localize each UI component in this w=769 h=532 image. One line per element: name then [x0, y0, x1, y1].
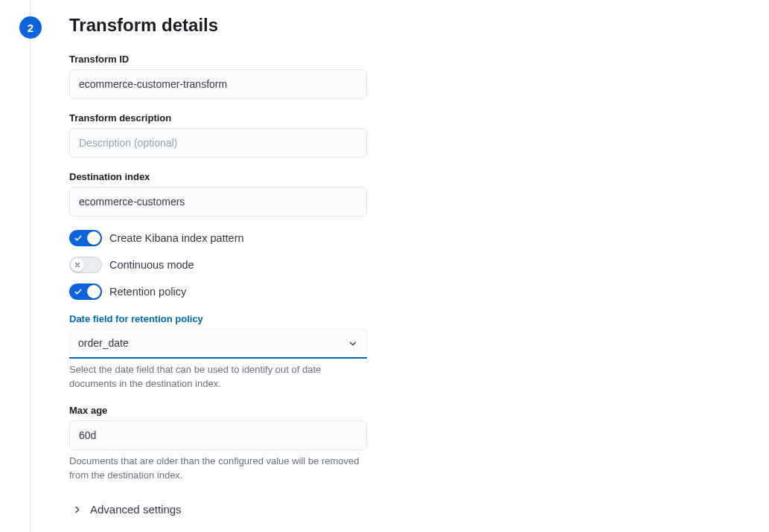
destination-index-label: Destination index [69, 171, 367, 182]
transform-description-input[interactable] [69, 128, 367, 158]
step-number-badge: 2 [19, 16, 42, 39]
transform-description-label: Transform description [69, 112, 367, 124]
retention-date-field-help: Select the date field that can be used t… [69, 363, 367, 391]
form-group-transform-description: Transform description [69, 112, 367, 158]
retention-date-field-select[interactable]: order_date [69, 329, 367, 359]
step-container: 2 Transform details Transform ID Transfo… [30, 0, 769, 532]
check-icon [74, 234, 83, 243]
switch-row-create-index-pattern: Create Kibana index pattern [69, 230, 751, 246]
switch-row-continuous-mode: Continuous mode [69, 257, 751, 273]
max-age-help: Documents that are older than the config… [69, 455, 367, 483]
switch-row-retention-policy: Retention policy [69, 283, 751, 300]
advanced-settings-label: Advanced settings [90, 503, 182, 516]
step-number: 2 [28, 22, 33, 34]
form-group-transform-id: Transform ID [69, 54, 367, 99]
continuous-mode-label: Continuous mode [109, 259, 194, 271]
transform-id-label: Transform ID [69, 54, 367, 65]
max-age-input[interactable] [69, 420, 367, 450]
advanced-settings-toggle[interactable]: Advanced settings [69, 503, 751, 516]
switch-thumb [87, 285, 100, 298]
continuous-mode-switch[interactable] [69, 257, 102, 273]
max-age-label: Max age [69, 405, 367, 416]
form-group-destination-index: Destination index [69, 171, 367, 217]
switch-thumb [71, 258, 84, 272]
retention-policy-switch[interactable] [69, 283, 102, 300]
retention-date-field-select-wrapper: order_date [69, 329, 367, 359]
page-title: Transform details [69, 15, 751, 36]
destination-index-input[interactable] [69, 187, 367, 217]
create-index-pattern-label: Create Kibana index pattern [109, 232, 244, 244]
form-group-retention-date-field: Date field for retention policy order_da… [69, 313, 367, 391]
check-icon [74, 287, 83, 296]
x-icon [74, 261, 81, 269]
retention-date-field-label: Date field for retention policy [69, 313, 367, 324]
chevron-right-icon [72, 504, 83, 515]
step-content: Transform details Transform ID Transform… [48, 13, 751, 532]
switch-thumb [87, 231, 100, 245]
form-group-max-age: Max age Documents that are older than th… [69, 405, 367, 483]
transform-id-input[interactable] [69, 69, 367, 99]
retention-policy-label: Retention policy [109, 286, 186, 298]
create-index-pattern-switch[interactable] [69, 230, 102, 246]
